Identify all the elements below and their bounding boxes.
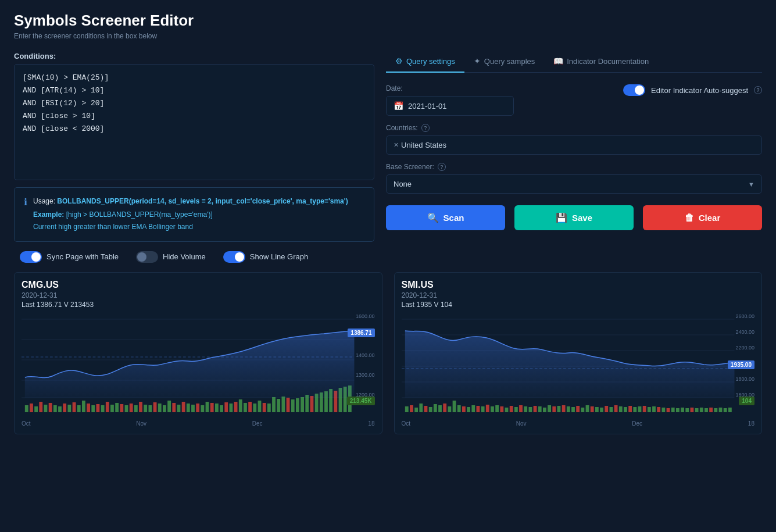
hide-volume-toggle-item: Hide Volume <box>136 251 206 263</box>
svg-rect-53 <box>253 404 256 412</box>
svg-rect-106 <box>524 406 527 412</box>
svg-rect-27 <box>130 404 133 412</box>
svg-rect-96 <box>476 406 480 412</box>
calendar-icon: 📅 <box>394 101 403 110</box>
svg-rect-15 <box>73 402 76 412</box>
hint-box: ℹ Usage: BOLLBANDS_UPPER(period=14, sd_l… <box>14 187 374 242</box>
svg-rect-139 <box>681 408 684 412</box>
svg-rect-132 <box>647 407 650 412</box>
svg-rect-97 <box>481 406 484 412</box>
autosuggest-block: Editor Indicator Auto-suggest ? <box>623 84 762 96</box>
svg-rect-9 <box>44 405 48 412</box>
svg-rect-84 <box>419 404 423 412</box>
svg-rect-30 <box>144 405 147 412</box>
svg-rect-17 <box>82 401 85 412</box>
base-screener-help-icon[interactable]: ? <box>438 163 446 171</box>
autosuggest-help-icon[interactable]: ? <box>754 86 762 94</box>
svg-rect-23 <box>110 405 114 412</box>
country-name: United States <box>401 141 446 149</box>
svg-rect-112 <box>552 406 556 412</box>
save-button[interactable]: 💾 Save <box>514 205 634 230</box>
svg-rect-116 <box>571 407 575 412</box>
autosuggest-toggle[interactable] <box>623 84 645 96</box>
tag-remove-icon[interactable]: ✕ <box>394 141 399 149</box>
svg-rect-102 <box>505 408 508 412</box>
svg-rect-18 <box>87 404 90 412</box>
chart-smi-area: 2600.00 2400.00 2200.00 2000.00 1800.00 … <box>402 313 755 418</box>
svg-rect-144 <box>705 408 708 412</box>
svg-rect-105 <box>519 405 523 412</box>
chart-cmg-date: 2020-12-31 <box>22 291 375 299</box>
svg-rect-34 <box>163 405 166 412</box>
svg-rect-7 <box>34 406 38 412</box>
scan-button[interactable]: 🔍 Scan <box>386 205 505 230</box>
settings-icon: ⚙ <box>395 56 403 66</box>
show-line-graph-label: Show Line Graph <box>250 252 308 261</box>
svg-rect-120 <box>590 406 593 412</box>
country-tag: ✕ United States <box>394 141 446 149</box>
svg-rect-22 <box>106 402 109 412</box>
svg-rect-57 <box>272 397 276 412</box>
svg-rect-121 <box>595 407 598 412</box>
svg-rect-26 <box>125 405 128 412</box>
chart-cmg-symbol: CMG.US <box>22 280 375 290</box>
svg-rect-39 <box>187 404 190 412</box>
tab-indicator-docs[interactable]: 📖 Indicator Documentation <box>544 52 658 73</box>
date-label: Date: <box>386 84 514 92</box>
svg-rect-145 <box>709 408 713 412</box>
svg-rect-104 <box>514 407 517 412</box>
svg-rect-25 <box>120 404 123 412</box>
svg-rect-125 <box>614 405 617 412</box>
hint-func-name: BOLLBANDS_UPPER <box>57 197 128 205</box>
svg-rect-13 <box>63 404 66 412</box>
autosuggest-label: Editor Indicator Auto-suggest <box>651 86 748 95</box>
svg-rect-143 <box>699 408 703 412</box>
svg-rect-126 <box>618 406 622 412</box>
tabs-row: ⚙ Query settings ✦ Query samples 📖 Indic… <box>386 52 762 73</box>
bottom-section: Sync Page with Table Hide Volume Show Li… <box>14 251 762 434</box>
chart-smi-symbol: SMI.US <box>402 280 755 290</box>
sync-page-toggle[interactable] <box>20 251 42 263</box>
svg-rect-118 <box>581 408 584 412</box>
svg-rect-142 <box>695 408 698 412</box>
svg-rect-36 <box>172 403 176 412</box>
countries-help-icon[interactable]: ? <box>421 124 430 132</box>
smi-x-labels: Oct Nov Dec 18 <box>402 418 755 427</box>
hint-func-args: (period=14, sd_levels = 2, input_col='cl… <box>129 197 348 205</box>
tab-query-samples[interactable]: ✦ Query samples <box>464 52 544 73</box>
svg-rect-86 <box>428 407 432 412</box>
svg-rect-65 <box>310 396 314 412</box>
svg-rect-42 <box>201 405 204 412</box>
base-screener-select[interactable]: None ▼ <box>386 174 762 194</box>
code-editor[interactable]: [SMA(10) > EMA(25)] AND [ATR(14) > 10] A… <box>14 64 374 180</box>
svg-rect-14 <box>67 405 71 412</box>
svg-rect-94 <box>467 407 470 412</box>
svg-rect-16 <box>77 405 81 412</box>
svg-rect-11 <box>53 405 57 412</box>
svg-rect-107 <box>528 407 532 412</box>
svg-rect-136 <box>666 408 670 412</box>
tab-query-settings[interactable]: ⚙ Query settings <box>386 52 464 73</box>
svg-rect-95 <box>471 405 475 412</box>
action-buttons: 🔍 Scan 💾 Save 🗑 Clear <box>386 205 762 230</box>
date-input[interactable]: 📅 2021-01-01 <box>386 96 514 116</box>
show-line-graph-toggle[interactable] <box>223 251 245 263</box>
svg-rect-148 <box>723 408 727 412</box>
countries-input[interactable]: ✕ United States <box>386 135 762 155</box>
hint-content: Usage: BOLLBANDS_UPPER(period=14, sd_lev… <box>33 196 348 233</box>
svg-rect-110 <box>543 408 546 412</box>
search-icon: 🔍 <box>427 212 439 223</box>
svg-rect-19 <box>91 405 95 412</box>
chart-cmg-svg <box>22 313 375 418</box>
clear-button[interactable]: 🗑 Clear <box>643 205 762 230</box>
svg-rect-130 <box>638 406 641 412</box>
svg-rect-58 <box>277 399 280 412</box>
svg-rect-61 <box>291 399 295 412</box>
samples-icon: ✦ <box>474 56 481 66</box>
cmg-x-labels: Oct Nov Dec 18 <box>22 418 375 427</box>
hide-volume-toggle[interactable] <box>136 251 158 263</box>
show-line-graph-toggle-item: Show Line Graph <box>223 251 308 263</box>
svg-rect-28 <box>134 405 138 412</box>
svg-rect-137 <box>671 408 674 412</box>
svg-rect-99 <box>491 406 494 412</box>
